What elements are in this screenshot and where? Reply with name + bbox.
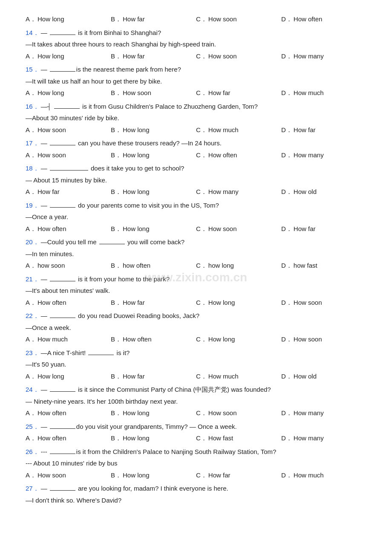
options-row-intro: A．How long B．How far C．How soon D．How of… (26, 14, 366, 25)
question-block-17: 17． — can you have these trousers ready?… (26, 138, 366, 160)
question-line-14: 14． — is it from Binhai to Shanghai? (26, 27, 366, 38)
option-B: B．How far (111, 14, 196, 25)
question-block-16: 16． —┤ is it from Gusu Children's Palace… (26, 101, 366, 136)
question-block-20: 20． —Could you tell me you will come bac… (26, 237, 366, 271)
questions-container: A．How long B．How far C．How soon D．How of… (26, 14, 366, 506)
question-block-23: 23． —A nice T-shirt! is it? —It's 50 yua… (26, 347, 366, 382)
question-block-22: 22． — do you read Duowei Reading books, … (26, 310, 366, 345)
question-block-19: 19． — do your parents come to visit you … (26, 200, 366, 234)
question-block-15: 15． — is the nearest theme park from her… (26, 64, 366, 98)
question-block-25: 25． — do you visit your grandparents, Ti… (26, 421, 366, 444)
option-C: C．How soon (196, 14, 281, 25)
options-row-14: A．How long B．How far C．How soon D．How ma… (26, 51, 366, 62)
question-block-27: 27． — are you looking for, madam? I thin… (26, 483, 366, 506)
question-block-21: 21． — is it from your home to the park? … (26, 274, 366, 308)
question-block-intro: A．How long B．How far C．How soon D．How of… (26, 14, 366, 25)
question-block-24: 24． — is it since the Communist Party of… (26, 384, 366, 419)
question-block-26: 26． --- is it from the Children's Palace… (26, 446, 366, 481)
question-block-18: 18． — does it take you to get to school?… (26, 163, 366, 197)
option-A: A．How long (26, 14, 111, 25)
question-block-14: 14． — is it from Binhai to Shanghai? —It… (26, 27, 366, 62)
option-D: D．How often (281, 14, 366, 25)
